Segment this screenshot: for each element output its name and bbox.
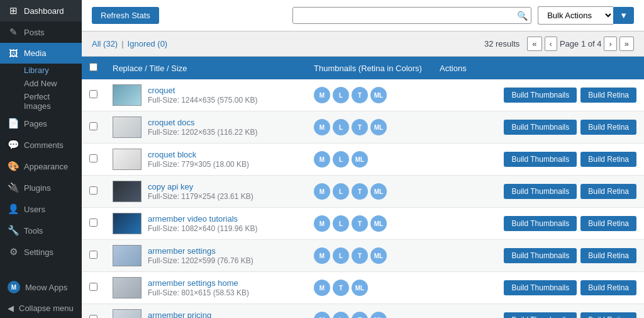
row-title-cell: armember pricingFull-Size: 1065×572 (95.… (105, 304, 306, 319)
select-all-checkbox[interactable] (89, 63, 97, 71)
thumbnail-image (113, 116, 142, 138)
sidebar-label-dashboard: Dashboard (24, 6, 64, 16)
page-first-button[interactable]: « (527, 37, 541, 51)
item-title-link[interactable]: croquet (148, 86, 257, 95)
build-thumbnails-button[interactable]: Build Thumbnails (504, 216, 577, 231)
row-thumbnails-cell: MLTML (306, 79, 432, 111)
item-title-link[interactable]: armember settings home (148, 278, 249, 288)
row-checkbox[interactable] (89, 154, 97, 162)
filter-all-link[interactable]: All (32) (92, 39, 118, 48)
build-thumbnails-button[interactable]: Build Thumbnails (504, 120, 577, 135)
sidebar-item-dashboard[interactable]: ⊞ Dashboard (0, 0, 82, 21)
search-button[interactable]: 🔍 (517, 11, 528, 21)
sidebar-item-plugins[interactable]: 🔌 Plugins (0, 177, 82, 198)
row-checkbox[interactable] (89, 186, 97, 195)
item-size: Full-Size: 1202×599 (76.76 KB) (148, 256, 253, 265)
row-thumbnails-cell: MTML (306, 272, 432, 304)
item-title-link[interactable]: croquet docs (148, 118, 257, 127)
meow-apps-item[interactable]: M Meow Apps (0, 276, 82, 298)
col-title: Replace / Title / Size (105, 57, 306, 79)
sidebar-sub-add-new[interactable]: Add New (0, 77, 82, 90)
page-prev-button[interactable]: ‹ (545, 37, 557, 51)
collapse-icon: ◀ (8, 304, 14, 313)
sidebar-item-posts[interactable]: ✎ Posts (0, 21, 82, 43)
build-thumbnails-button[interactable]: Build Thumbnails (504, 312, 577, 318)
row-title-cell: armember video tutorialsFull-Size: 1082×… (105, 208, 306, 240)
item-title-link[interactable]: croquet block (148, 150, 249, 159)
row-checkbox[interactable] (89, 122, 97, 130)
sidebar-item-comments[interactable]: 💬 Comments (0, 134, 82, 156)
results-count: 32 results (484, 39, 519, 48)
row-checkbox[interactable] (89, 283, 97, 291)
top-bar: Refresh Stats 🔍 Bulk Actions ▼ (82, 0, 644, 31)
refresh-stats-button[interactable]: Refresh Stats (92, 7, 159, 24)
table-row: armember video tutorialsFull-Size: 1082×… (82, 208, 644, 240)
item-title-link[interactable]: armember settings (148, 246, 253, 256)
sidebar-label-media: Media (24, 48, 46, 58)
page-last-button[interactable]: » (619, 37, 634, 51)
page-next-button[interactable]: › (604, 37, 616, 51)
filter-ignored-link[interactable]: Ignored (0) (128, 39, 168, 48)
item-size: Full-Size: 779×305 (18.00 KB) (148, 160, 249, 169)
build-thumbnails-button[interactable]: Build Thumbnails (504, 152, 577, 167)
build-retina-button[interactable]: Build Retina (580, 120, 636, 135)
item-size: Full-Size: 1082×640 (119.96 KB) (148, 224, 257, 233)
item-title-link[interactable]: armember video tutorials (148, 214, 257, 224)
filter-sep: | (121, 39, 123, 48)
row-checkbox[interactable] (89, 219, 97, 227)
bulk-actions-select[interactable]: Bulk Actions (538, 6, 613, 25)
build-retina-button[interactable]: Build Retina (580, 152, 636, 167)
main-content: Refresh Stats 🔍 Bulk Actions ▼ All (32) … (82, 0, 644, 318)
row-checkbox[interactable] (89, 90, 97, 98)
sidebar-item-appearance[interactable]: 🎨 Appearance (0, 156, 82, 177)
thumbnail-badge: ML (370, 247, 387, 264)
bulk-actions-apply[interactable]: ▼ (613, 7, 634, 24)
search-box: 🔍 (292, 7, 531, 24)
row-actions-cell: Build ThumbnailsBuild Retina (432, 272, 644, 304)
sidebar-item-users[interactable]: 👤 Users (0, 198, 82, 220)
col-thumbnails: Thumbnails (Retina in Colors) (306, 57, 432, 79)
thumbnail-badge: L (333, 312, 349, 318)
row-checkbox[interactable] (89, 315, 97, 318)
thumbnail-badge: L (333, 183, 349, 200)
sidebar-item-settings[interactable]: ⚙ Settings (0, 241, 82, 263)
thumbnail-image (113, 84, 142, 106)
thumbnail-badge: T (352, 247, 368, 264)
sidebar-label-appearance: Appearance (24, 162, 68, 171)
item-title-link[interactable]: armember pricing (148, 310, 253, 318)
build-retina-button[interactable]: Build Retina (580, 280, 636, 295)
item-title-link[interactable]: copy api key (148, 182, 253, 191)
row-title-cell: armember settingsFull-Size: 1202×599 (76… (105, 240, 306, 272)
thumbnail-badge: ML (370, 183, 387, 200)
row-actions-cell: Build ThumbnailsBuild Retina (432, 208, 644, 240)
build-thumbnails-button[interactable]: Build Thumbnails (504, 280, 577, 295)
sidebar-sub-perfect-images[interactable]: Perfect Images (0, 90, 82, 113)
build-thumbnails-button[interactable]: Build Thumbnails (504, 248, 577, 263)
build-thumbnails-button[interactable]: Build Thumbnails (504, 184, 577, 199)
thumbnail-badge: T (333, 280, 349, 296)
collapse-menu-button[interactable]: ◀ Collapse menu (0, 298, 82, 318)
meow-avatar: M (8, 281, 20, 293)
sidebar-sub-library[interactable]: Library (0, 64, 82, 77)
media-table-wrap: Replace / Title / Size Thumbnails (Retin… (82, 57, 644, 318)
thumbnail-badge: M (314, 87, 330, 103)
build-retina-button[interactable]: Build Retina (580, 312, 636, 318)
build-thumbnails-button[interactable]: Build Thumbnails (504, 88, 577, 103)
row-actions-cell: Build ThumbnailsBuild Retina (432, 304, 644, 319)
row-thumbnails-cell: MLTML (306, 240, 432, 272)
thumbnail-badge: M (314, 280, 330, 296)
build-retina-button[interactable]: Build Retina (580, 184, 636, 199)
row-checkbox[interactable] (89, 251, 97, 259)
sidebar-item-pages[interactable]: 📄 Pages (0, 113, 82, 134)
posts-icon: ✎ (8, 26, 19, 38)
search-input[interactable] (292, 7, 531, 24)
thumbnail-badge: ML (370, 312, 387, 318)
thumbnail-badge: T (352, 215, 368, 232)
sidebar-item-tools[interactable]: 🔧 Tools (0, 220, 82, 241)
build-retina-button[interactable]: Build Retina (580, 216, 636, 231)
build-retina-button[interactable]: Build Retina (580, 248, 636, 263)
row-actions-cell: Build ThumbnailsBuild Retina (432, 79, 644, 111)
build-retina-button[interactable]: Build Retina (580, 88, 636, 103)
row-thumbnails-cell: MLTML (306, 111, 432, 144)
sidebar-item-media[interactable]: 🖼 Media (0, 43, 82, 64)
